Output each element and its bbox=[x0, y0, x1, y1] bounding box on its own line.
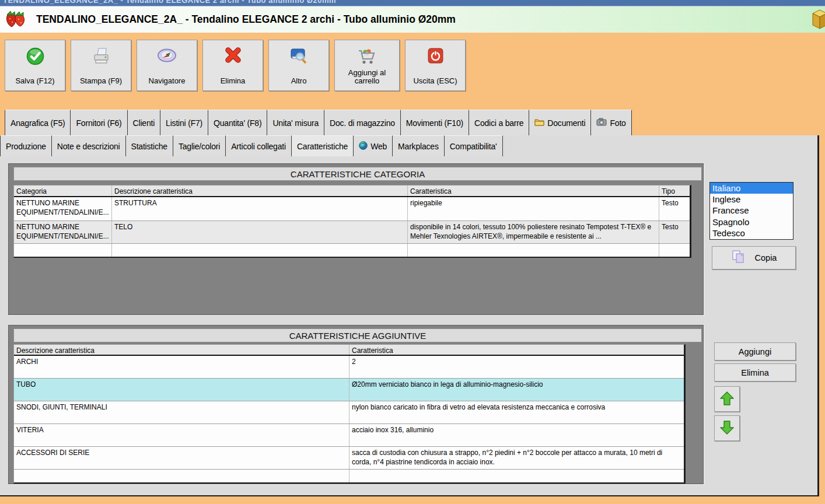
language-item-tedesco[interactable]: Tedesco bbox=[710, 228, 793, 239]
language-item-francese[interactable]: Francese bbox=[710, 205, 793, 216]
tab-label: Caratteristiche bbox=[297, 142, 348, 151]
column-header-caratteristica[interactable]: Caratteristica bbox=[408, 186, 659, 196]
tab-label: Compatibilita' bbox=[450, 142, 497, 151]
cell-caratteristica: nylon bianco caricato in fibra di vetro … bbox=[349, 401, 684, 424]
column-header-tipo[interactable]: Tipo bbox=[659, 186, 690, 196]
table-row[interactable]: SNODI, GIUNTI, TERMINALI nylon bianco ca… bbox=[14, 401, 684, 424]
shopping-cart-icon bbox=[356, 47, 378, 68]
tab-quantita[interactable]: Quantita' (F8) bbox=[208, 110, 267, 135]
table-row[interactable]: NETTUNO MARINE EQUIPMENT/TENDALINI/E... … bbox=[14, 221, 690, 244]
app-header: TENDALINO_ELEGANCE_2A_ - Tendalino ELEGA… bbox=[0, 6, 825, 33]
tab-compatibilita[interactable]: Compatibilita' bbox=[445, 135, 503, 156]
tab-label: Doc. di magazzino bbox=[330, 118, 395, 128]
tab-label: Articoli collegati bbox=[231, 142, 286, 151]
additional-section-title: CARATTERISTICHE AGGIUNTIVE bbox=[13, 328, 702, 342]
compass-icon bbox=[156, 47, 177, 66]
tab-anagrafica[interactable]: Anagrafica (F5) bbox=[5, 110, 71, 135]
tab-label: Movimenti (F10) bbox=[406, 118, 463, 128]
tab-caratteristiche[interactable]: Caratteristiche bbox=[292, 135, 354, 156]
cell-categoria: NETTUNO MARINE EQUIPMENT/TENDALINI/E... bbox=[14, 197, 112, 220]
red-x-icon bbox=[223, 47, 243, 66]
copy-button[interactable]: Copia bbox=[712, 246, 796, 270]
cell-caratteristica: sacca di custodia con chiusura a strappo… bbox=[349, 447, 684, 469]
table-row[interactable]: ARCHI 2 bbox=[14, 356, 684, 379]
tab-label: Anagrafica (F5) bbox=[11, 118, 65, 128]
cell-tipo: Testo bbox=[659, 197, 690, 220]
printer-icon bbox=[90, 47, 111, 68]
navigator-button[interactable]: Navigatore bbox=[137, 40, 197, 91]
tab-label: Note e descrizioni bbox=[57, 142, 120, 151]
navigator-button-label: Navigatore bbox=[149, 77, 186, 86]
tab-movimenti[interactable]: Movimenti (F10) bbox=[401, 110, 469, 135]
folder-icon bbox=[534, 118, 544, 128]
tab-label: Documenti bbox=[547, 118, 585, 128]
cell-empty bbox=[14, 470, 349, 482]
caratteristiche-tab-page: Produzione Note e descrizioni Statistich… bbox=[0, 135, 819, 496]
tab-taglie-colori[interactable]: Taglie/colori bbox=[173, 135, 226, 156]
table-row[interactable]: NETTUNO MARINE EQUIPMENT/TENDALINI/E... … bbox=[14, 197, 690, 221]
tab-note-e-descrizioni[interactable]: Note e descrizioni bbox=[52, 135, 126, 156]
additional-characteristics-table: Descrizione caratteristica Caratteristic… bbox=[13, 344, 686, 484]
more-button-label: Altro bbox=[291, 77, 307, 86]
tab-label: Codici a barre bbox=[474, 118, 523, 128]
language-item-inglese[interactable]: Inglese bbox=[710, 194, 793, 205]
cell-descrizione: SNODI, GIUNTI, TERMINALI bbox=[14, 401, 349, 424]
tab-unita-misura[interactable]: Unita' misura bbox=[267, 110, 324, 135]
more-button[interactable]: Altro bbox=[268, 40, 329, 91]
move-down-button[interactable] bbox=[714, 415, 740, 441]
table-row-empty[interactable] bbox=[14, 244, 690, 257]
move-up-button[interactable] bbox=[714, 386, 740, 412]
print-button[interactable]: Stampa (F9) bbox=[71, 40, 131, 91]
tab-fornitori[interactable]: Fornitori (F6) bbox=[71, 110, 127, 135]
page-title: TENDALINO_ELEGANCE_2A_ - Tendalino ELEGA… bbox=[36, 13, 456, 26]
table-row[interactable]: ACCESSORI DI SERIE sacca di custodia con… bbox=[14, 447, 684, 470]
delete-button[interactable]: Elimina bbox=[202, 40, 263, 91]
tab-label: Produzione bbox=[6, 142, 46, 151]
tab-row-secondary: Produzione Note e descrizioni Statistich… bbox=[0, 135, 503, 156]
tab-doc-di-magazzino[interactable]: Doc. di magazzino bbox=[324, 110, 401, 135]
column-header-descrizione[interactable]: Descrizione caratteristica bbox=[112, 186, 408, 196]
tab-codici-a-barre[interactable]: Codici a barre bbox=[469, 110, 529, 135]
tab-statistiche[interactable]: Statistiche bbox=[126, 135, 173, 156]
tab-documenti[interactable]: Documenti bbox=[529, 110, 591, 135]
cell-descrizione: ACCESSORI DI SERIE bbox=[14, 447, 349, 469]
cell-caratteristica: disponibile in 14 colori, tessuto 100% p… bbox=[408, 221, 659, 243]
language-listbox: Italiano Inglese Francese Spagnolo Tedes… bbox=[709, 182, 793, 240]
additional-characteristics-panel: CARATTERISTICHE AGGIUNTIVE Descrizione c… bbox=[8, 325, 704, 484]
column-header-categoria[interactable]: Categoria bbox=[14, 186, 112, 196]
add-to-cart-button-label: Aggiungi al carrello bbox=[336, 69, 398, 86]
tab-clienti[interactable]: Clienti bbox=[128, 110, 161, 135]
table-row[interactable]: VITERIA acciaio inox 316, alluminio bbox=[14, 424, 684, 447]
language-item-italiano[interactable]: Italiano bbox=[710, 183, 793, 194]
column-header-caratteristica[interactable]: Caratteristica bbox=[349, 345, 684, 355]
tab-label: Web bbox=[370, 142, 387, 151]
tab-listini[interactable]: Listini (F7) bbox=[160, 110, 208, 135]
print-button-label: Stampa (F9) bbox=[80, 77, 122, 86]
tab-label: Quantita' (F8) bbox=[214, 118, 261, 128]
add-characteristic-button[interactable]: Aggiungi bbox=[714, 342, 796, 360]
tab-articoli-collegati[interactable]: Articoli collegati bbox=[226, 135, 292, 156]
add-button-label: Aggiungi bbox=[739, 347, 771, 356]
cell-empty bbox=[349, 470, 684, 482]
gold-box-icon[interactable] bbox=[810, 8, 825, 33]
language-item-spagnolo[interactable]: Spagnolo bbox=[710, 216, 793, 228]
exit-button[interactable]: Uscita (ESC) bbox=[405, 40, 466, 91]
tab-label: Taglie/colori bbox=[179, 142, 220, 151]
save-button[interactable]: Salva (F12) bbox=[5, 40, 65, 91]
tab-foto[interactable]: Foto bbox=[591, 110, 631, 135]
column-header-descrizione[interactable]: Descrizione caratteristica bbox=[14, 345, 349, 355]
add-to-cart-button[interactable]: Aggiungi al carrello bbox=[334, 40, 400, 91]
category-characteristics-table: Categoria Descrizione caratteristica Car… bbox=[13, 185, 691, 258]
cell-caratteristica: 2 bbox=[349, 356, 684, 378]
window-title: TENDALINO_ELEGANCE_2A_ - Tendalino ELEGA… bbox=[3, 0, 336, 5]
table-row-selected[interactable]: TUBO Ø20mm verniciato bianco in lega di … bbox=[14, 379, 684, 401]
cell-descrizione: TUBO bbox=[14, 379, 349, 401]
tab-produzione[interactable]: Produzione bbox=[0, 135, 52, 156]
table-row-empty[interactable] bbox=[14, 470, 684, 482]
tab-web[interactable]: Web bbox=[354, 135, 393, 156]
exit-button-label: Uscita (ESC) bbox=[413, 77, 457, 86]
delete-characteristic-button[interactable]: Elimina bbox=[714, 363, 796, 382]
tab-label: Unita' misura bbox=[272, 118, 319, 128]
cell-caratteristica: acciaio inox 316, alluminio bbox=[349, 424, 684, 446]
tab-markplaces[interactable]: Markplaces bbox=[393, 135, 445, 156]
